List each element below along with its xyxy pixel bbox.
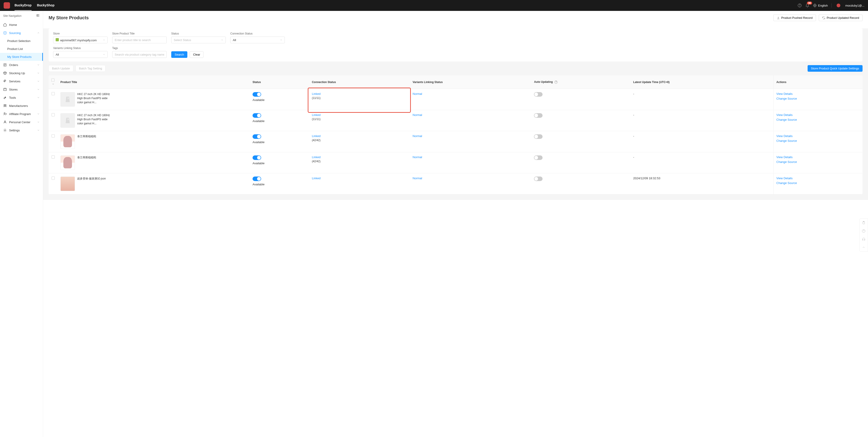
product-thumbnail[interactable] [60,113,75,128]
language-selector[interactable]: English [813,4,828,7]
sidebar-item-manufacturers[interactable]: Manufacturers [0,102,43,110]
bell-icon[interactable]: 88 [805,3,809,7]
product-title[interactable]: 超多变体-服装测试-json [77,176,106,180]
variants-linking-select[interactable]: All [53,51,107,58]
status-switch[interactable] [252,156,261,160]
change-source-link[interactable]: Change Source [776,118,860,122]
connection-link[interactable]: Linked [312,92,320,96]
batch-tag-button[interactable]: Batch Tag Setting [75,65,105,72]
variants-link[interactable]: Normal [413,134,422,138]
search-button[interactable]: Search [171,51,187,58]
row-checkbox[interactable] [52,113,55,116]
shopify-icon [56,38,59,41]
connection-status-select[interactable]: All [230,37,285,43]
change-source-link[interactable]: Change Source [776,139,860,142]
sidebar-item-product-list[interactable]: Product List [0,45,43,53]
variants-link[interactable]: Normal [413,92,422,96]
app-header: BuckyDrop BuckyShop 88 English mocduby1@… [0,0,868,11]
row-checkbox[interactable] [52,134,55,137]
sidebar-item-orders[interactable]: Orders [0,61,43,69]
sidebar-item-affiliate[interactable]: Affiliate Program [0,110,43,118]
updated-record-button[interactable]: Product Updated Record [819,14,863,21]
product-title[interactable]: 泰兰蒂斯稳稳鞋 [77,134,96,138]
help-icon[interactable] [798,3,802,7]
auto-updating-switch[interactable] [534,134,542,139]
product-thumbnail[interactable] [60,156,75,170]
auto-updating-switch[interactable] [534,176,542,181]
status-switch[interactable] [252,134,261,139]
row-checkbox[interactable] [52,156,55,159]
user-name[interactable]: mocduby1@... [845,4,864,7]
product-title[interactable]: HKC 27 inch 2K HD 180Hz High Brush FastI… [77,113,111,126]
sidebar-item-stores[interactable]: Stores [0,85,43,94]
clipboard-icon[interactable] [860,219,868,227]
tags-input[interactable] [112,51,167,58]
product-thumbnail[interactable] [60,176,75,191]
help-side-icon[interactable] [860,227,868,235]
headset-icon[interactable] [860,235,868,243]
th-variants-linking: Variants Linking Status [410,75,531,89]
product-thumbnail[interactable] [60,134,75,149]
variants-link[interactable]: Normal [413,113,422,116]
connection-link[interactable]: Linked [312,156,320,159]
sidebar-item-product-selection[interactable]: Product Selection [0,37,43,45]
change-source-link[interactable]: Change Source [776,97,860,100]
auto-updating-switch[interactable] [534,113,542,118]
tab-buckyshop[interactable]: BuckyShop [37,0,55,11]
status-switch[interactable] [252,176,261,181]
row-checkbox[interactable] [52,92,55,95]
header-actions: Product Pushed Record Product Updated Re… [773,14,863,21]
sidebar-item-my-store-products[interactable]: My Store Products [0,53,43,61]
select-all-checkbox[interactable] [51,78,55,82]
sidebar-item-personal-center[interactable]: Personal Center [0,118,43,126]
auto-updating-switch[interactable] [534,92,542,97]
product-title-input[interactable] [112,37,167,43]
quick-update-button[interactable]: Store Product Quick Update Settings [808,65,863,72]
view-details-link[interactable]: View Details [776,156,860,159]
sidebar-label: Sourcing [9,31,21,35]
product-title[interactable]: HKC 27 inch 2K HD 180Hz High Brush FastI… [77,92,111,104]
view-details-link[interactable]: View Details [776,134,860,138]
collapse-icon[interactable] [36,13,40,18]
pushed-record-button[interactable]: Product Pushed Record [773,14,816,21]
sidebar-item-settings[interactable]: Settings [0,126,43,134]
view-details-link[interactable]: View Details [776,176,860,180]
variants-link[interactable]: Normal [413,176,422,180]
connection-link[interactable]: Linked [312,134,320,138]
product-title[interactable]: 泰兰蒂斯稳稳鞋 [77,156,96,160]
batch-update-button[interactable]: Batch Update [49,65,73,72]
view-details-link[interactable]: View Details [776,113,860,116]
sidebar-label: Product Selection [7,39,30,43]
variants-link[interactable]: Normal [413,156,422,159]
connection-link[interactable]: Linked [312,176,320,180]
sidebar-label: Manufacturers [9,104,28,107]
clear-button[interactable]: Clear [190,51,204,58]
change-source-link[interactable]: Change Source [776,160,860,164]
status-select[interactable]: Select Status [171,37,226,43]
sidebar-item-services[interactable]: Services [0,77,43,85]
product-thumbnail[interactable] [60,92,75,107]
sidebar-item-tools[interactable]: Tools [0,94,43,102]
th-latest-update: Latest Update Time (UTC+8) [630,75,774,89]
status-switch[interactable] [252,92,261,97]
latest-update-cell: - [630,152,774,173]
tab-buckydrop[interactable]: BuckyDrop [14,0,32,11]
sort-icon[interactable] [52,84,54,85]
sidebar-item-home[interactable]: Home [0,21,43,29]
user-avatar[interactable] [835,2,842,9]
change-source-link[interactable]: Change Source [776,181,860,185]
connection-link[interactable]: Linked [312,113,320,116]
status-switch[interactable] [252,113,261,118]
filter-tags: Tags [112,46,167,58]
sidebar-item-stocking-up[interactable]: Stocking Up [0,69,43,77]
info-icon[interactable]: ? [554,80,558,84]
language-label: English [818,4,828,7]
store-select[interactable]: wjcmmw567.myshopify.com [53,37,107,43]
sidebar-item-sourcing[interactable]: Sourcing [0,29,43,37]
row-checkbox[interactable] [52,176,55,180]
logo[interactable] [4,2,10,9]
th-checkbox [49,75,58,89]
auto-updating-switch[interactable] [534,156,542,160]
chevron-up-icon[interactable] [860,243,868,251]
view-details-link[interactable]: View Details [776,92,860,96]
